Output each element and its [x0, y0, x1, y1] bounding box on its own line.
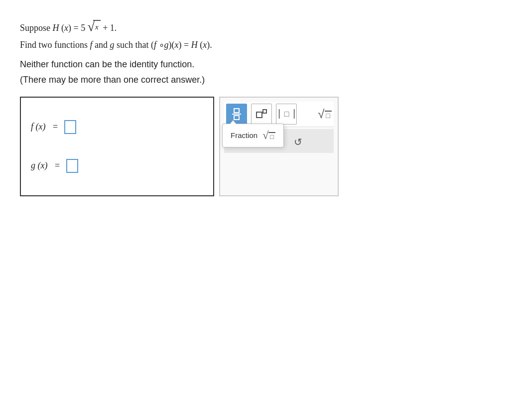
frac-line	[232, 114, 241, 115]
note-line2: (There may be more than one correct answ…	[20, 73, 490, 87]
abs-value-button[interactable]: ▏□▕	[276, 104, 297, 125]
note-line1: Neither function can be the identity fun…	[20, 58, 490, 71]
fraction-dropdown-label: Fraction	[231, 131, 257, 140]
g-label: g (x)	[31, 160, 48, 171]
problem-line1: Suppose H (x) = 5 √x + 1.	[20, 20, 490, 35]
fraction-dropdown[interactable]: Fraction √□	[222, 124, 284, 147]
g-equals: =	[53, 160, 62, 171]
superscript-icon	[256, 109, 267, 119]
problem-notes: Neither function can be the identity fun…	[20, 58, 490, 87]
undo-icon: ↺	[294, 136, 302, 148]
abs-value-icon: ▏□▕	[279, 109, 294, 119]
g-input[interactable]	[66, 159, 78, 173]
frac-bot	[234, 115, 240, 120]
problem-section: Suppose H (x) = 5 √x + 1. Find two funct…	[20, 20, 490, 87]
sqrt-popup-icon: √□	[262, 129, 275, 142]
sqrt-area: √□	[318, 107, 332, 121]
f-input[interactable]	[64, 120, 76, 134]
superscript-button[interactable]	[251, 104, 272, 125]
g-equation-row: g (x) =	[31, 159, 203, 173]
f-equation-row: f (x) =	[31, 120, 203, 134]
sqrt-toolbar-icon: √□	[318, 107, 332, 121]
problem-line2: Find two functions f and g such that (f …	[20, 37, 490, 53]
frac-top	[234, 108, 240, 113]
fraction-icon	[232, 108, 241, 120]
main-area: f (x) = g (x) =	[20, 97, 490, 196]
f-equals: =	[51, 122, 60, 132]
f-label: f (x)	[31, 122, 46, 132]
input-box: f (x) = g (x) =	[20, 97, 214, 196]
undo-button[interactable]: ↺	[289, 133, 307, 151]
toolbar-panel: ▏□▕ √□ Fraction √□ ✕ ↺	[219, 97, 339, 196]
